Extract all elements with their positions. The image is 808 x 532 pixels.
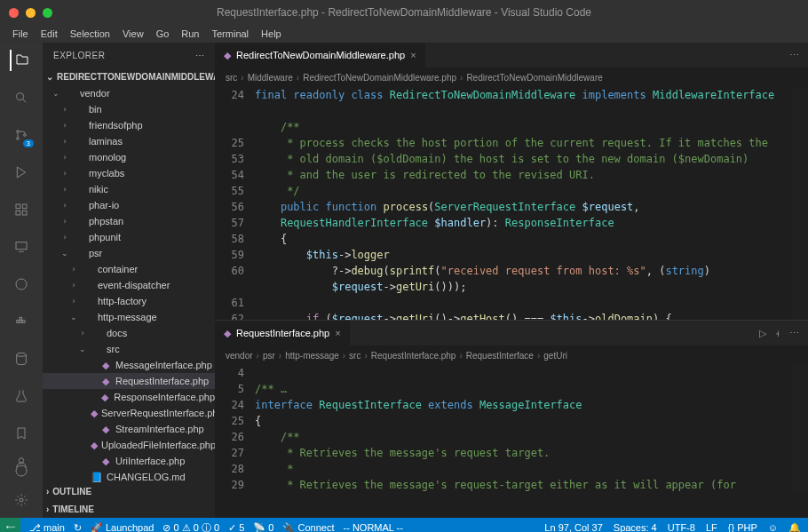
testing-icon[interactable] — [11, 385, 32, 407]
crumb[interactable]: http-message — [285, 351, 339, 361]
minimap[interactable] — [792, 87, 808, 320]
folder-item[interactable]: ›myclabs — [43, 165, 215, 181]
folder-item[interactable]: ›phpunit — [43, 229, 215, 245]
folder-item[interactable]: ›nikic — [43, 181, 215, 197]
folder-item[interactable]: ›monolog — [43, 149, 215, 165]
gitlens-icon[interactable] — [11, 274, 32, 295]
tests-button[interactable]: ✓ 5 — [228, 522, 244, 533]
crumb[interactable]: RedirectToNewDomainMiddleware — [466, 73, 602, 83]
connect-button[interactable]: 🔌 Connect — [282, 522, 334, 533]
ports-button[interactable]: 📡 0 — [253, 522, 273, 533]
problems-button[interactable]: ⊘ 0 ⚠ 0 ⓘ 0 — [162, 521, 219, 533]
launchpad-button[interactable]: 🚀 Launchpad — [91, 522, 154, 533]
code-editor-1[interactable]: 24255354555657585960616263 final readonl… — [215, 87, 808, 320]
minimap[interactable] — [792, 365, 808, 493]
folder-item[interactable]: ›phar-io — [43, 197, 215, 213]
code-lines[interactable]: /** …interface RequestInterface extends … — [255, 365, 808, 493]
menu-terminal[interactable]: Terminal — [207, 28, 255, 39]
code-editor-2[interactable]: 45242526272829 /** …interface RequestInt… — [215, 365, 808, 493]
file-item[interactable]: ◆StreamInterface.php — [43, 421, 215, 437]
encoding-button[interactable]: UTF-8 — [668, 522, 695, 532]
breadcrumbs[interactable]: src›Middleware›RedirectToNewDomainMiddle… — [215, 67, 808, 87]
editor-actions: ▷ ⫞ ⋯ — [759, 328, 808, 339]
folder-item[interactable]: ⌄src — [43, 341, 215, 357]
branch-button[interactable]: ⎇ main — [29, 522, 65, 533]
maximize-icon[interactable] — [43, 8, 52, 18]
extensions-icon[interactable] — [11, 199, 32, 220]
crumb[interactable]: RequestInterface — [466, 351, 534, 361]
file-item[interactable]: ◆MessageInterface.php — [43, 357, 215, 373]
folder-item[interactable]: ›bin — [43, 101, 215, 117]
indent-button[interactable]: Spaces: 4 — [614, 522, 657, 532]
file-item[interactable]: ◆ServerRequestInterface.php — [43, 405, 215, 421]
run-icon[interactable]: ▷ — [759, 328, 766, 339]
folder-item[interactable]: ⌄vendor — [43, 85, 215, 101]
menu-help[interactable]: Help — [256, 28, 287, 39]
sync-button[interactable]: ↻ — [74, 522, 82, 533]
remote-button[interactable]: ⬳ — [0, 518, 20, 532]
database-icon[interactable] — [11, 348, 32, 369]
timeline-section[interactable]: › TIMELINE — [43, 500, 215, 518]
explorer-icon[interactable] — [10, 50, 31, 71]
project-section[interactable]: ⌄ REDIRECTTONEWDOMAINMIDDLEWARE — [43, 67, 215, 85]
crumb[interactable]: getUri — [543, 351, 567, 361]
folder-item[interactable]: ›laminas — [43, 133, 215, 149]
close-icon[interactable] — [9, 8, 19, 18]
search-icon[interactable] — [11, 87, 32, 108]
remote-icon[interactable] — [11, 236, 32, 258]
breadcrumbs[interactable]: vendor›psr›http-message›src›RequestInter… — [215, 345, 808, 365]
scm-icon[interactable]: 3 — [11, 124, 32, 146]
feedback-icon[interactable]: ☺ — [768, 522, 778, 532]
menu-selection[interactable]: Selection — [65, 28, 115, 39]
status-bar: ⬳ ⎇ main ↻ 🚀 Launchpad ⊘ 0 ⚠ 0 ⓘ 0 ✓ 5 📡… — [0, 518, 808, 532]
menu-file[interactable]: File — [7, 28, 34, 39]
crumb[interactable]: RequestInterface.php — [371, 351, 456, 361]
eol-button[interactable]: LF — [706, 522, 717, 532]
bookmarks-icon[interactable] — [11, 423, 32, 444]
cursor-pos[interactable]: Ln 97, Col 37 — [544, 522, 602, 532]
menu-edit[interactable]: Edit — [36, 28, 63, 39]
folder-item[interactable]: ›phpstan — [43, 213, 215, 229]
account-icon[interactable] — [11, 452, 32, 473]
close-icon[interactable]: × — [410, 50, 416, 60]
tab-request-interface[interactable]: ◆ RequestInterface.php × — [215, 321, 351, 345]
folder-item[interactable]: ⌄psr — [43, 245, 215, 261]
gear-icon[interactable] — [11, 489, 32, 511]
file-item[interactable]: ◆RequestInterface.php — [43, 373, 215, 389]
folder-item[interactable]: ›docs — [43, 325, 215, 341]
split-icon[interactable]: ⫞ — [775, 328, 780, 339]
menu-view[interactable]: View — [117, 28, 149, 39]
folder-item[interactable]: ⌄http-message — [43, 309, 215, 325]
file-tree: ⌄vendor›bin›friendsofphp›laminas›monolog… — [43, 85, 215, 482]
more-icon[interactable]: ⋯ — [789, 328, 799, 339]
close-icon[interactable]: × — [335, 328, 340, 338]
crumb[interactable]: vendor — [226, 351, 253, 361]
outline-section[interactable]: › OUTLINE — [43, 482, 215, 500]
file-item[interactable]: ◆UriInterface.php — [43, 453, 215, 469]
file-item[interactable]: ◆UploadedFileInterface.php — [43, 437, 215, 453]
crumb[interactable]: Middleware — [248, 73, 293, 83]
more-icon[interactable]: ⋯ — [195, 51, 205, 60]
file-item[interactable]: ◆ResponseInterface.php — [43, 389, 215, 405]
crumb[interactable]: src — [226, 73, 237, 83]
tab-label: RedirectToNewDomainMiddleware.php — [236, 50, 405, 60]
folder-item[interactable]: ›container — [43, 261, 215, 277]
bell-icon[interactable]: 🔔 — [788, 522, 801, 533]
tab-redirect-middleware[interactable]: ◆ RedirectToNewDomainMiddleware.php × — [215, 43, 426, 67]
docker-icon[interactable] — [11, 311, 32, 332]
code-lines[interactable]: final readonly class RedirectToNewDomain… — [255, 87, 808, 320]
crumb[interactable]: src — [349, 351, 360, 361]
menu-run[interactable]: Run — [176, 28, 204, 39]
folder-item[interactable]: ›event-dispatcher — [43, 277, 215, 293]
minimize-icon[interactable] — [26, 8, 36, 18]
more-icon[interactable]: ⋯ — [789, 50, 799, 61]
folder-item[interactable]: ›http-factory — [43, 293, 215, 309]
file-item[interactable]: 📘CHANGELOG.md — [43, 469, 215, 482]
language-button[interactable]: {} PHP — [728, 522, 757, 532]
crumb[interactable]: psr — [263, 351, 275, 361]
editor-area: ◆ RedirectToNewDomainMiddleware.php × ⋯ … — [215, 43, 808, 518]
menu-go[interactable]: Go — [151, 28, 175, 39]
debug-icon[interactable] — [11, 162, 32, 183]
folder-item[interactable]: ›friendsofphp — [43, 117, 215, 133]
crumb[interactable]: RedirectToNewDomainMiddleware.php — [303, 73, 456, 83]
